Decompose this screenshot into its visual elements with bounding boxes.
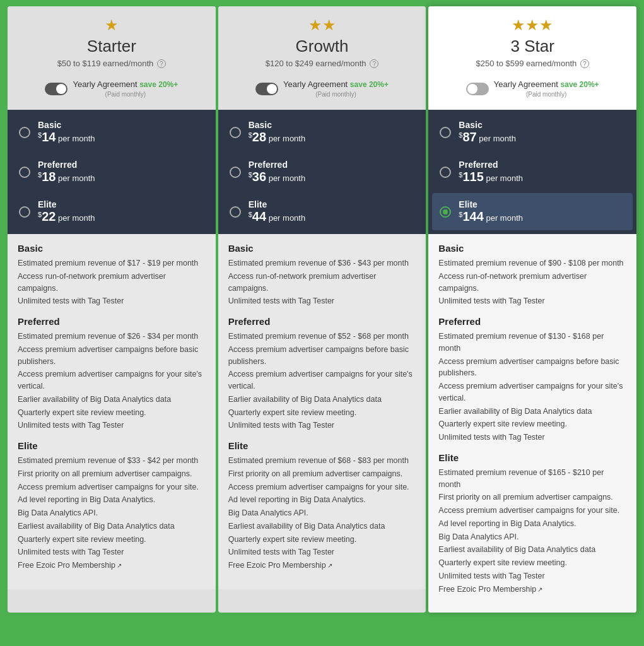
feature-item-three-star-2-7: Unlimited tests with Tag Tester xyxy=(438,570,626,582)
yearly-toggle-label-growth: Yearly Agreement save 20%+(Paid monthly) xyxy=(283,79,389,98)
feature-tier-title-growth-preferred: Preferred xyxy=(228,316,416,327)
feature-item-three-star-1-3: Earlier availability of Big Data Analyti… xyxy=(438,406,626,418)
radio-three-star-elite xyxy=(440,206,451,218)
yearly-toggle-label-three-star: Yearly Agreement save 20%+(Paid monthly) xyxy=(494,79,599,98)
feature-tier-title-three-star-preferred: Preferred xyxy=(438,316,626,327)
option-price-growth-elite: $44 per month xyxy=(249,209,306,224)
feature-item-starter-0-0: Estimated premium revenue of $17 - $19 p… xyxy=(18,257,206,269)
plan-earnings-growth: $120 to $249 earned/month ? xyxy=(225,59,420,68)
yearly-toggle-label-starter: Yearly Agreement save 20%+(Paid monthly) xyxy=(73,79,178,98)
pricing-options-growth: Basic$28 per monthPreferred$36 per month… xyxy=(218,110,426,234)
feature-item-growth-2-3: Ad level reporting in Big Data Analytics… xyxy=(228,494,416,506)
features-section-growth: BasicEstimated premium revenue of $36 - … xyxy=(218,234,426,589)
option-price-growth-basic: $28 per month xyxy=(249,130,306,144)
pricing-option-three-star-elite[interactable]: Elite$144 per month xyxy=(432,193,633,230)
radio-three-star-preferred xyxy=(440,167,451,178)
pricing-option-starter-preferred[interactable]: Preferred$18 per month xyxy=(11,153,212,191)
plan-header-starter: ★Starter$50 to $119 earned/month ?Yearly… xyxy=(8,6,216,110)
feature-item-starter-2-3: Ad level reporting in Big Data Analytics… xyxy=(18,494,206,506)
option-price-starter-preferred: $18 per month xyxy=(38,170,95,184)
feature-tier-three-star-basic: BasicEstimated premium revenue of $90 - … xyxy=(438,243,626,307)
feature-item-three-star-1-4: Quarterly expert site review meeting. xyxy=(438,418,626,430)
feature-item-starter-1-4: Quarterly expert site review meeting. xyxy=(18,407,206,419)
feature-item-growth-2-5: Earliest availability of Big Data Analyt… xyxy=(228,520,416,532)
earnings-help-icon[interactable]: ? xyxy=(580,59,589,68)
feature-item-starter-2-8: Free Ezoic Pro Membership↗ xyxy=(18,560,206,572)
plan-name-growth: Growth xyxy=(225,37,420,56)
feature-item-growth-2-1: First priority on all premium advertiser… xyxy=(228,468,416,480)
external-link-icon: ↗ xyxy=(537,585,542,594)
option-label-starter-preferred: Preferred$18 per month xyxy=(38,160,95,184)
feature-tier-three-star-elite: EliteEstimated premium revenue of $165 -… xyxy=(438,452,626,596)
feature-item-growth-2-6: Quarterly expert site review meeting. xyxy=(228,534,416,546)
feature-item-three-star-1-2: Access premium advertiser campaigns for … xyxy=(438,380,626,404)
yearly-toggle-switch-growth[interactable] xyxy=(255,83,278,95)
plan-name-starter: Starter xyxy=(14,37,209,56)
pricing-option-starter-basic[interactable]: Basic$14 per month xyxy=(11,114,212,151)
feature-tier-title-starter-preferred: Preferred xyxy=(18,316,206,327)
feature-item-starter-0-1: Access run-of-network premium advertiser… xyxy=(18,271,206,295)
radio-starter-preferred xyxy=(19,167,30,178)
external-link-icon: ↗ xyxy=(117,561,122,570)
feature-tier-title-starter-basic: Basic xyxy=(18,243,206,254)
yearly-toggle-switch-three-star[interactable] xyxy=(466,83,489,95)
plan-stars-three-star: ★★★ xyxy=(435,16,630,34)
plan-name-three-star: 3 Star xyxy=(435,37,630,56)
feature-item-growth-2-8: Free Ezoic Pro Membership↗ xyxy=(228,560,416,572)
yearly-toggle-growth: Yearly Agreement save 20%+(Paid monthly) xyxy=(225,74,420,103)
radio-growth-basic xyxy=(230,127,241,138)
radio-starter-elite xyxy=(19,206,30,218)
feature-item-starter-1-5: Unlimited tests with Tag Tester xyxy=(18,420,206,432)
feature-item-three-star-1-5: Unlimited tests with Tag Tester xyxy=(438,432,626,443)
plan-card-starter: ★Starter$50 to $119 earned/month ?Yearly… xyxy=(8,6,216,613)
feature-item-starter-1-1: Access premium advertiser campaigns befo… xyxy=(18,344,206,368)
feature-item-starter-2-2: Access premium advertiser campaigns for … xyxy=(18,481,206,493)
option-label-growth-basic: Basic$28 per month xyxy=(249,120,306,144)
feature-tier-title-growth-elite: Elite xyxy=(228,440,416,451)
feature-tier-starter-basic: BasicEstimated premium revenue of $17 - … xyxy=(18,243,206,307)
earnings-help-icon[interactable]: ? xyxy=(157,59,166,68)
yearly-toggle-starter: Yearly Agreement save 20%+(Paid monthly) xyxy=(14,74,209,103)
radio-three-star-basic xyxy=(440,127,451,138)
earnings-help-icon[interactable]: ? xyxy=(370,59,378,68)
feature-tier-starter-elite: EliteEstimated premium revenue of $33 - … xyxy=(18,440,206,572)
plan-earnings-three-star: $250 to $599 earned/month ? xyxy=(435,59,630,68)
feature-tier-growth-preferred: PreferredEstimated premium revenue of $5… xyxy=(228,316,416,432)
pricing-option-starter-elite[interactable]: Elite$22 per month xyxy=(11,193,212,230)
option-price-starter-basic: $14 per month xyxy=(38,130,95,144)
option-price-growth-preferred: $36 per month xyxy=(249,170,306,184)
feature-item-three-star-0-1: Access run-of-network premium advertiser… xyxy=(438,271,626,295)
option-label-three-star-elite: Elite$144 per month xyxy=(459,199,523,224)
feature-item-starter-1-3: Earlier availability of Big Data Analyti… xyxy=(18,394,206,406)
option-name-three-star-preferred: Preferred xyxy=(459,160,523,170)
option-name-three-star-elite: Elite xyxy=(459,199,523,209)
pricing-option-three-star-preferred[interactable]: Preferred$115 per month xyxy=(432,153,633,191)
plan-stars-starter: ★ xyxy=(14,16,209,34)
option-label-three-star-preferred: Preferred$115 per month xyxy=(459,160,523,184)
option-name-growth-basic: Basic xyxy=(249,120,306,130)
feature-tier-title-starter-elite: Elite xyxy=(18,440,206,451)
feature-item-three-star-1-1: Access premium advertiser campaigns befo… xyxy=(438,356,626,380)
feature-item-starter-2-6: Quarterly expert site review meeting. xyxy=(18,534,206,546)
plan-card-three-star: ★★★3 Star$250 to $599 earned/month ?Year… xyxy=(428,6,636,613)
option-name-three-star-basic: Basic xyxy=(459,120,516,130)
pricing-option-growth-preferred[interactable]: Preferred$36 per month xyxy=(222,153,423,191)
option-name-growth-elite: Elite xyxy=(249,199,306,209)
radio-starter-basic xyxy=(19,127,30,138)
pricing-option-growth-basic[interactable]: Basic$28 per month xyxy=(222,114,423,151)
feature-tier-title-three-star-elite: Elite xyxy=(438,452,626,463)
radio-growth-elite xyxy=(230,206,241,218)
plan-header-three-star: ★★★3 Star$250 to $599 earned/month ?Year… xyxy=(428,6,636,110)
pricing-option-three-star-basic[interactable]: Basic$87 per month xyxy=(432,114,633,151)
pricing-option-growth-elite[interactable]: Elite$44 per month xyxy=(222,193,423,230)
feature-item-growth-1-4: Quarterly expert site review meeting. xyxy=(228,407,416,419)
yearly-toggle-switch-starter[interactable] xyxy=(45,83,67,95)
feature-item-starter-2-1: First priority on all premium advertiser… xyxy=(18,468,206,480)
feature-tier-growth-elite: EliteEstimated premium revenue of $68 - … xyxy=(228,440,416,572)
feature-item-growth-2-2: Access premium advertiser campaigns for … xyxy=(228,481,416,493)
external-link-icon: ↗ xyxy=(327,561,332,570)
feature-item-starter-0-2: Unlimited tests with Tag Tester xyxy=(18,295,206,307)
feature-tier-starter-preferred: PreferredEstimated premium revenue of $2… xyxy=(18,316,206,432)
feature-item-growth-0-1: Access run-of-network premium advertiser… xyxy=(228,271,416,295)
yearly-toggle-three-star: Yearly Agreement save 20%+(Paid monthly) xyxy=(435,74,630,103)
